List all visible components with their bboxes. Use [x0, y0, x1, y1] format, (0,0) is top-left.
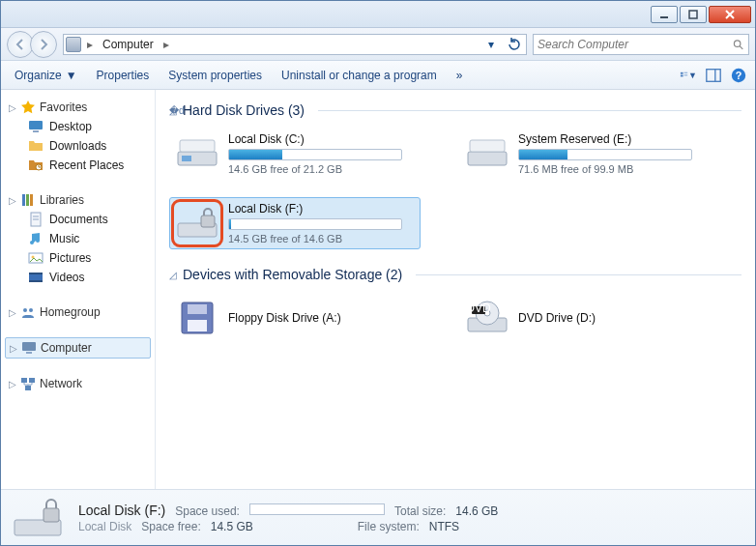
svg-line-5 [740, 45, 742, 48]
svg-rect-41 [201, 216, 215, 227]
collapse-icon[interactable]: ◿ [169, 105, 177, 116]
system-properties-button[interactable]: System properties [162, 66, 268, 85]
section-label: Hard Disk Drives (3) [183, 102, 305, 118]
usage-bar [228, 149, 402, 160]
details-title: Local Disk (F:) [78, 503, 165, 518]
svg-rect-31 [26, 352, 32, 354]
command-bar: Organize▼ Properties System properties U… [1, 61, 755, 90]
hdd-grid: Local Disk (C:) 14.6 GB free of 21.2 GB … [169, 128, 741, 249]
sidebar-label: Favorites [40, 101, 87, 114]
sidebar-item-libraries[interactable]: ▷ Libraries [5, 190, 151, 210]
sidebar-item-desktop[interactable]: Desktop [5, 117, 151, 136]
sidebar-item-favorites[interactable]: ▷ Favorites [5, 98, 151, 117]
breadcrumb-sep[interactable]: ▸ [85, 38, 95, 51]
forward-button[interactable] [30, 31, 57, 58]
svg-rect-27 [29, 280, 43, 282]
sidebar-item-network[interactable]: ▷ Network [5, 374, 151, 393]
svg-rect-26 [29, 273, 43, 274]
libraries-group: ▷ Libraries Documents Music Pictures Vid… [5, 190, 151, 287]
svg-rect-1 [689, 11, 697, 18]
homegroup-group: ▷ Homegroup [5, 302, 151, 322]
sidebar-item-computer[interactable]: ▷ Computer [5, 337, 151, 359]
drive-title: Local Disk (F:) [228, 202, 416, 216]
drive-local-c[interactable]: Local Disk (C:) 14.6 GB free of 21.2 GB [169, 128, 421, 180]
breadcrumb[interactable]: ▸ Computer ▸ ▾ [63, 34, 527, 55]
svg-rect-51 [44, 508, 59, 522]
sidebar-item-documents[interactable]: Documents [5, 210, 151, 229]
search-box[interactable] [533, 34, 749, 55]
music-icon [28, 231, 44, 246]
star-icon [20, 100, 36, 115]
sidebar-item-downloads[interactable]: Downloads [5, 136, 151, 156]
minimize-button[interactable] [651, 6, 678, 23]
properties-button[interactable]: Properties [91, 66, 156, 85]
svg-rect-39 [470, 140, 505, 152]
close-button[interactable] [709, 6, 751, 23]
sidebar-item-pictures[interactable]: Pictures [5, 248, 151, 268]
details-total: 14.6 GB [455, 504, 498, 518]
drive-icon [174, 132, 220, 175]
homegroup-icon [20, 304, 36, 320]
drive-title: DVD Drive (D:) [518, 311, 706, 325]
breadcrumb-history-button[interactable]: ▾ [481, 35, 501, 54]
collapse-icon[interactable]: ◿ [169, 270, 177, 280]
computer-group: ▷ Computer [5, 337, 151, 359]
chevron-down-icon: ▼ [66, 69, 77, 82]
details-free: 14.5 GB [211, 520, 253, 533]
drive-system-reserved-e[interactable]: System Reserved (E:) 71.6 MB free of 99.… [459, 128, 711, 180]
drive-icon-locked [174, 202, 220, 244]
drive-floppy-a[interactable]: Floppy Disk Drive (A:) [169, 292, 421, 344]
sidebar-item-recent[interactable]: Recent Places [5, 156, 151, 175]
drive-title: Floppy Disk Drive (A:) [228, 311, 416, 325]
svg-point-29 [29, 308, 33, 312]
breadcrumb-sep[interactable]: ▸ [161, 38, 171, 51]
network-group: ▷ Network [5, 374, 151, 393]
svg-rect-9 [684, 74, 688, 75]
libraries-icon [20, 192, 36, 208]
documents-icon [28, 212, 44, 227]
pictures-icon [28, 250, 44, 266]
details-drive-icon [11, 495, 65, 541]
svg-rect-8 [684, 72, 688, 72]
details-usage-bar [249, 503, 385, 515]
breadcrumb-segment-computer[interactable]: Computer [99, 36, 158, 53]
expand-icon: ▷ [9, 195, 16, 206]
refresh-button[interactable] [505, 35, 524, 54]
search-input[interactable] [538, 38, 728, 51]
maximize-button[interactable] [680, 6, 707, 23]
drive-dvd-d[interactable]: DVD DVD Drive (D:) [459, 292, 711, 344]
computer-icon [66, 37, 81, 52]
svg-rect-10 [707, 69, 720, 81]
sidebar-item-music[interactable]: Music [5, 229, 151, 248]
svg-rect-34 [25, 386, 31, 390]
more-commands-button[interactable]: » [451, 66, 469, 85]
details-label-free: Space free: [141, 520, 200, 533]
svg-rect-32 [21, 378, 27, 383]
sidebar-item-homegroup[interactable]: ▷ Homegroup [5, 302, 151, 322]
svg-rect-17 [22, 194, 25, 206]
organize-button[interactable]: Organize▼ [9, 66, 83, 85]
details-label-used: Space used: [175, 504, 240, 518]
preview-pane-button[interactable] [705, 67, 722, 84]
section-hdd-header[interactable]: ◿ Hard Disk Drives (3) [169, 102, 741, 118]
content-pane[interactable]: �d ◿ Hard Disk Drives (3) Local Disk (C:… [156, 90, 755, 489]
help-button[interactable]: ? [730, 67, 747, 84]
svg-rect-18 [26, 194, 29, 206]
section-removable-header[interactable]: ◿ Devices with Removable Storage (2) [169, 267, 741, 282]
drive-local-f[interactable]: Local Disk (F:) 14.5 GB free of 14.6 GB [169, 197, 421, 249]
navbar: ▸ Computer ▸ ▾ [1, 28, 755, 61]
svg-rect-7 [681, 74, 683, 76]
svg-rect-36 [182, 156, 191, 161]
search-icon [732, 38, 744, 51]
usage-bar [518, 149, 692, 160]
sidebar-item-videos[interactable]: Videos [5, 268, 151, 287]
svg-rect-38 [468, 152, 507, 165]
svg-rect-19 [30, 194, 33, 206]
drive-icon [464, 132, 510, 175]
svg-rect-15 [33, 130, 39, 132]
network-icon [20, 376, 36, 391]
titlebar [1, 1, 755, 28]
view-mode-button[interactable]: ▼ [680, 67, 697, 84]
desktop-icon [28, 119, 44, 134]
uninstall-button[interactable]: Uninstall or change a program [276, 66, 443, 85]
